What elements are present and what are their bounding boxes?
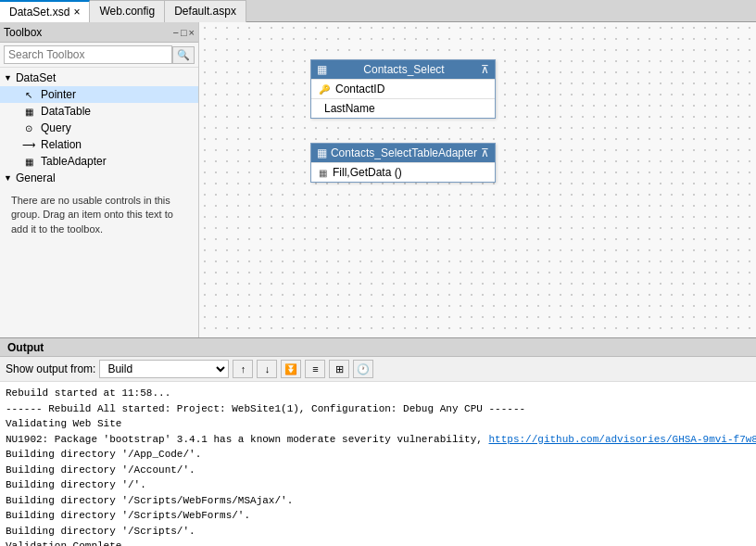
toolbox-panel: Toolbox − □ × 🔍 ▼ DataSet ↖ Pointer ▦ <box>0 22 199 337</box>
fill-getdata-icon: ▦ <box>319 168 327 178</box>
tab-defaultaspx[interactable]: Default.aspx <box>165 0 246 22</box>
go-to-end-icon: ⏬ <box>284 363 297 375</box>
contacts-select-ta-table-icon: ▦ <box>317 146 327 159</box>
output-title: Output <box>7 341 44 354</box>
toolbox-item-query[interactable]: ⊙ Query <box>0 120 198 136</box>
log-line-6: Building directory '/Account/'. <box>6 463 750 478</box>
contacts-select-card: ▦ Contacts_Select ⊼ 🔑 ContactID LastName <box>310 59 496 119</box>
general-triangle-icon: ▼ <box>4 173 12 183</box>
lastname-label: LastName <box>324 102 375 115</box>
close-toolbox-icon[interactable]: × <box>189 27 195 38</box>
tab-webconfig-label: Web.config <box>99 5 155 18</box>
toolbox-content: ▼ DataSet ↖ Pointer ▦ DataTable ⊙ Query … <box>0 68 198 337</box>
contacts-select-title: Contacts_Select <box>363 63 444 76</box>
log-line-validation: Validation Complete <box>6 539 750 546</box>
contacts-select-row-lastname: LastName <box>311 98 495 118</box>
output-panel: Output Show output from: Build Debug Gen… <box>0 337 756 546</box>
clock-btn[interactable]: 🕐 <box>353 360 373 378</box>
dataset-group-label: DataSet <box>16 71 56 84</box>
log-line-5: Building directory '/App_Code/'. <box>6 447 750 463</box>
toolbox-item-datatable-label: DataTable <box>41 105 91 118</box>
log-line-9: Building directory '/Scripts/WebForms/'. <box>6 508 750 524</box>
log-line-3: Validating Web Site <box>6 416 750 432</box>
key-icon: 🔑 <box>319 84 330 95</box>
log-line-1: Rebuild started at 11:58... <box>6 386 750 401</box>
toolbox-item-tableadapter-label: TableAdapter <box>41 155 107 168</box>
toolbox-item-query-label: Query <box>41 121 71 134</box>
toolbox-item-pointer[interactable]: ↖ Pointer <box>0 86 198 103</box>
dataset-triangle-icon: ▼ <box>4 73 12 83</box>
advisory-link[interactable]: https://github.com/advisories/GHSA-9mvi-… <box>489 434 757 445</box>
clear-output-icon: ⊞ <box>335 363 344 375</box>
log-line-4: NU1902: Package 'bootstrap' 3.4.1 has a … <box>6 432 750 448</box>
datatable-icon: ▦ <box>22 105 35 118</box>
toolbox-title: Toolbox <box>4 26 42 39</box>
toolbox-item-datatable[interactable]: ▦ DataTable <box>0 103 198 120</box>
output-source-dropdown[interactable]: Build Debug General <box>99 360 229 378</box>
log-line-2: ------ Rebuild All started: Project: Web… <box>6 401 750 417</box>
go-to-end-btn[interactable]: ⏬ <box>281 360 301 378</box>
dataset-group-header[interactable]: ▼ DataSet <box>0 70 198 86</box>
toolbox-item-pointer-label: Pointer <box>41 88 76 101</box>
tab-dataset-xsd[interactable]: DataSet.xsd × <box>0 0 90 22</box>
query-icon: ⊙ <box>22 121 35 134</box>
word-wrap-icon: ≡ <box>312 363 318 375</box>
tabs-bar: DataSet.xsd × Web.config Default.aspx <box>0 0 756 22</box>
search-input[interactable] <box>4 45 172 64</box>
float-icon[interactable]: □ <box>181 27 187 38</box>
output-header: Output <box>0 338 756 357</box>
log-line-10: Building directory '/Scripts/'. <box>6 524 750 540</box>
contacts-select-ta-collapse-icon[interactable]: ⊼ <box>481 146 489 159</box>
contacts-select-header: ▦ Contacts_Select ⊼ <box>311 60 495 79</box>
pin-icon[interactable]: − <box>172 27 178 38</box>
main-layout: Toolbox − □ × 🔍 ▼ DataSet ↖ Pointer ▦ <box>0 22 756 337</box>
toolbox-header: Toolbox − □ × <box>0 22 198 43</box>
contacts-select-tableadapter-row-fill: ▦ Fill,GetData () <box>311 162 495 182</box>
clock-icon: 🕐 <box>357 363 370 375</box>
toolbox-item-tableadapter[interactable]: ▦ TableAdapter <box>0 153 198 170</box>
contacts-select-tableadapter-card: ▦ Contacts_SelectTableAdapter ⊼ ▦ Fill,G… <box>310 143 496 183</box>
contactid-label: ContactID <box>335 83 384 95</box>
contacts-select-tableadapter-title: Contacts_SelectTableAdapter <box>331 146 477 159</box>
clear-output-btn[interactable]: ⊞ <box>329 360 349 378</box>
contacts-select-collapse-icon[interactable]: ⊼ <box>481 63 489 76</box>
general-group-empty-text: There are no usable controls in this gro… <box>0 186 198 244</box>
tab-dataset-xsd-label: DataSet.xsd <box>9 6 69 19</box>
scroll-up-btn[interactable]: ↑ <box>233 360 253 378</box>
toolbox-search-bar: 🔍 <box>0 43 198 68</box>
pointer-icon: ↖ <box>22 88 35 101</box>
output-toolbar: Show output from: Build Debug General ↑ … <box>0 357 756 382</box>
toolbox-item-relation-label: Relation <box>41 138 82 151</box>
tab-defaultaspx-label: Default.aspx <box>174 5 236 18</box>
toolbox-header-icons: − □ × <box>172 27 195 38</box>
dataset-canvas[interactable]: ▦ Contacts_Select ⊼ 🔑 ContactID LastName… <box>199 22 756 337</box>
general-group-label: General <box>16 171 56 184</box>
next-message-icon: ↓ <box>265 363 271 375</box>
fill-getdata-label: Fill,GetData () <box>333 166 402 179</box>
contacts-select-table-icon: ▦ <box>317 63 327 76</box>
general-group-header[interactable]: ▼ General <box>0 170 198 186</box>
scroll-down-btn[interactable]: ↓ <box>257 360 277 378</box>
toolbox-item-relation[interactable]: ⟶ Relation <box>0 136 198 153</box>
prev-message-icon: ↑ <box>241 363 246 375</box>
relation-icon: ⟶ <box>22 138 35 151</box>
tab-dataset-xsd-modified: × <box>73 6 80 19</box>
show-output-label: Show output from: <box>6 362 95 375</box>
search-button[interactable]: 🔍 <box>172 46 195 64</box>
tab-webconfig[interactable]: Web.config <box>90 0 165 22</box>
contacts-select-row-contactid: 🔑 ContactID <box>311 79 495 98</box>
word-wrap-btn[interactable]: ≡ <box>305 360 325 378</box>
tableadapter-icon: ▦ <box>22 155 35 168</box>
log-line-7: Building directory '/'. <box>6 477 750 493</box>
contacts-select-tableadapter-header: ▦ Contacts_SelectTableAdapter ⊼ <box>311 144 495 162</box>
log-line-8: Building directory '/Scripts/WebForms/MS… <box>6 493 750 509</box>
output-content: Rebuild started at 11:58... ------ Rebui… <box>0 382 756 546</box>
